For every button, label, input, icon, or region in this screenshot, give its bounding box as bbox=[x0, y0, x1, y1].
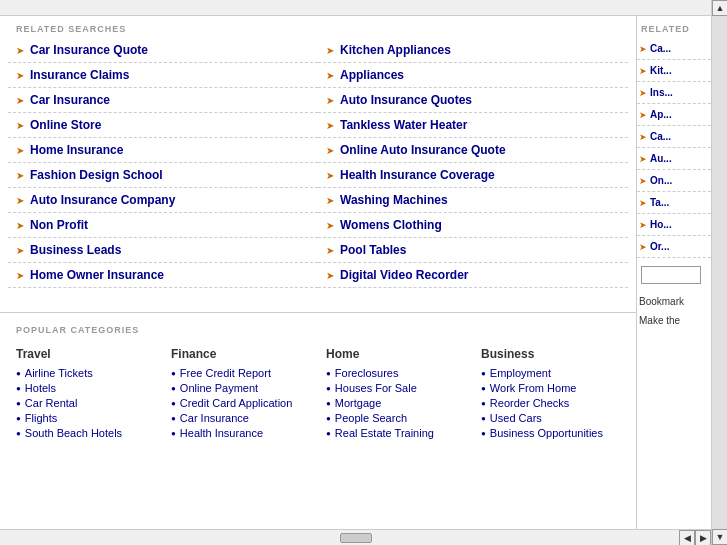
category-link[interactable]: Online Payment bbox=[180, 382, 258, 394]
category-link[interactable]: Mortgage bbox=[335, 397, 381, 409]
bullet-icon: ● bbox=[481, 384, 486, 393]
search-link[interactable]: Fashion Design School bbox=[30, 168, 163, 182]
arrow-icon: ➤ bbox=[326, 220, 334, 231]
arrow-icon: ➤ bbox=[326, 145, 334, 156]
list-item: ➤ Washing Machines bbox=[318, 188, 628, 213]
search-link[interactable]: Auto Insurance Quotes bbox=[340, 93, 472, 107]
search-link[interactable]: Home Insurance bbox=[30, 143, 123, 157]
scroll-thumb[interactable] bbox=[340, 533, 372, 543]
scroll-up-button[interactable]: ▲ bbox=[712, 0, 727, 16]
list-item: ● South Beach Hotels bbox=[16, 427, 155, 439]
list-item: ➤ Kit... bbox=[637, 60, 711, 82]
arrow-icon: ➤ bbox=[16, 220, 24, 231]
scroll-right-button[interactable]: ▶ bbox=[695, 530, 711, 546]
arrow-icon: ➤ bbox=[16, 70, 24, 81]
category-title-finance: Finance bbox=[171, 347, 310, 361]
category-link[interactable]: Real Estate Training bbox=[335, 427, 434, 439]
sidebar-link[interactable]: Ap... bbox=[650, 109, 672, 120]
search-link[interactable]: Online Auto Insurance Quote bbox=[340, 143, 506, 157]
list-item: ● Real Estate Training bbox=[326, 427, 465, 439]
sidebar-link[interactable]: Or... bbox=[650, 241, 669, 252]
searches-left-col: ➤ Car Insurance Quote ➤ Insurance Claims… bbox=[8, 38, 318, 288]
search-link[interactable]: Kitchen Appliances bbox=[340, 43, 451, 57]
list-item: ➤ Car Insurance Quote bbox=[8, 38, 318, 63]
category-link[interactable]: Health Insurance bbox=[180, 427, 263, 439]
search-link[interactable]: Appliances bbox=[340, 68, 404, 82]
sidebar-link[interactable]: Ho... bbox=[650, 219, 672, 230]
category-link[interactable]: Car Rental bbox=[25, 397, 78, 409]
search-link[interactable]: Pool Tables bbox=[340, 243, 406, 257]
category-link[interactable]: Foreclosures bbox=[335, 367, 399, 379]
search-link[interactable]: Home Owner Insurance bbox=[30, 268, 164, 282]
category-link[interactable]: Hotels bbox=[25, 382, 56, 394]
search-link[interactable]: Washing Machines bbox=[340, 193, 448, 207]
search-link[interactable]: Digital Video Recorder bbox=[340, 268, 468, 282]
list-item: ● Airline Tickets bbox=[16, 367, 155, 379]
bullet-icon: ● bbox=[326, 369, 331, 378]
search-link[interactable]: Womens Clothing bbox=[340, 218, 442, 232]
sidebar-link[interactable]: Au... bbox=[650, 153, 672, 164]
search-link[interactable]: Car Insurance bbox=[30, 93, 110, 107]
sidebar-link[interactable]: Ta... bbox=[650, 197, 669, 208]
list-item: ➤ Pool Tables bbox=[318, 238, 628, 263]
category-link[interactable]: Work From Home bbox=[490, 382, 577, 394]
list-item: ➤ Ap... bbox=[637, 104, 711, 126]
list-item: ● Car Rental bbox=[16, 397, 155, 409]
scroll-down-button[interactable]: ▼ bbox=[712, 529, 727, 545]
category-link[interactable]: Employment bbox=[490, 367, 551, 379]
search-link[interactable]: Tankless Water Heater bbox=[340, 118, 467, 132]
bullet-icon: ● bbox=[16, 429, 21, 438]
category-home: Home ● Foreclosures ● Houses For Sale ● bbox=[326, 347, 465, 442]
categories-grid: Travel ● Airline Tickets ● Hotels ● bbox=[16, 347, 620, 442]
search-link[interactable]: Health Insurance Coverage bbox=[340, 168, 495, 182]
sidebar-link[interactable]: On... bbox=[650, 175, 672, 186]
list-item: ➤ On... bbox=[637, 170, 711, 192]
category-link[interactable]: South Beach Hotels bbox=[25, 427, 122, 439]
horizontal-scroll-arrows[interactable]: ◀ ▶ bbox=[679, 530, 711, 546]
arrow-icon: ➤ bbox=[326, 95, 334, 106]
arrow-icon: ➤ bbox=[326, 245, 334, 256]
arrow-icon: ➤ bbox=[639, 242, 647, 252]
search-link[interactable]: Insurance Claims bbox=[30, 68, 129, 82]
search-link[interactable]: Car Insurance Quote bbox=[30, 43, 148, 57]
arrow-icon: ➤ bbox=[639, 88, 647, 98]
category-link[interactable]: People Search bbox=[335, 412, 407, 424]
bullet-icon: ● bbox=[326, 429, 331, 438]
category-link[interactable]: Free Credit Report bbox=[180, 367, 271, 379]
search-link[interactable]: Auto Insurance Company bbox=[30, 193, 175, 207]
search-link[interactable]: Non Profit bbox=[30, 218, 88, 232]
bottom-scrollbar[interactable]: ◀ ▶ bbox=[0, 529, 711, 545]
scroll-left-button[interactable]: ◀ bbox=[679, 530, 695, 546]
list-item: ➤ Online Auto Insurance Quote bbox=[318, 138, 628, 163]
arrow-icon: ➤ bbox=[326, 170, 334, 181]
sidebar-link[interactable]: Ca... bbox=[650, 131, 671, 142]
list-item: ● Hotels bbox=[16, 382, 155, 394]
category-link[interactable]: Used Cars bbox=[490, 412, 542, 424]
sidebar-link[interactable]: Ins... bbox=[650, 87, 673, 98]
sidebar-search-input[interactable] bbox=[641, 266, 701, 284]
sidebar-input-area bbox=[637, 258, 711, 292]
vertical-scrollbar[interactable]: ▲ ▼ bbox=[711, 0, 727, 545]
sidebar-link[interactable]: Ca... bbox=[650, 43, 671, 54]
category-link[interactable]: Houses For Sale bbox=[335, 382, 417, 394]
scroll-track bbox=[712, 16, 727, 529]
sidebar-link[interactable]: Kit... bbox=[650, 65, 672, 76]
arrow-icon: ➤ bbox=[16, 245, 24, 256]
category-link[interactable]: Credit Card Application bbox=[180, 397, 293, 409]
search-link[interactable]: Business Leads bbox=[30, 243, 121, 257]
category-business: Business ● Employment ● Work From Home ● bbox=[481, 347, 620, 442]
list-item: ➤ Ho... bbox=[637, 214, 711, 236]
arrow-icon: ➤ bbox=[16, 120, 24, 131]
arrow-icon: ➤ bbox=[639, 176, 647, 186]
list-item: ➤ Womens Clothing bbox=[318, 213, 628, 238]
category-link[interactable]: Car Insurance bbox=[180, 412, 249, 424]
category-link[interactable]: Flights bbox=[25, 412, 57, 424]
category-link[interactable]: Reorder Checks bbox=[490, 397, 569, 409]
category-link[interactable]: Airline Tickets bbox=[25, 367, 93, 379]
bullet-icon: ● bbox=[326, 414, 331, 423]
search-link[interactable]: Online Store bbox=[30, 118, 101, 132]
category-link[interactable]: Business Opportunities bbox=[490, 427, 603, 439]
related-searches-header: RELATED SEARCHES bbox=[0, 16, 636, 38]
list-item: ➤ Ins... bbox=[637, 82, 711, 104]
arrow-icon: ➤ bbox=[639, 44, 647, 54]
